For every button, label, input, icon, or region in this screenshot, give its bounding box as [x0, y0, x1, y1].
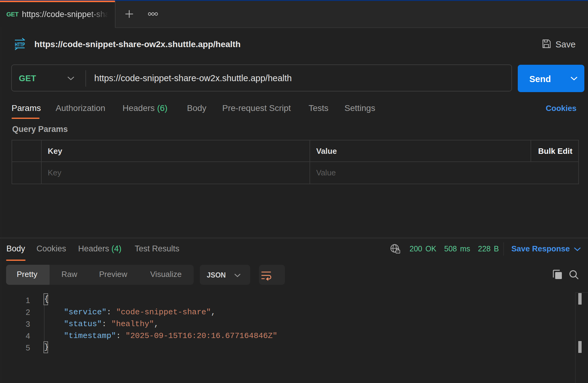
svg-text:HTTP: HTTP	[15, 41, 25, 48]
